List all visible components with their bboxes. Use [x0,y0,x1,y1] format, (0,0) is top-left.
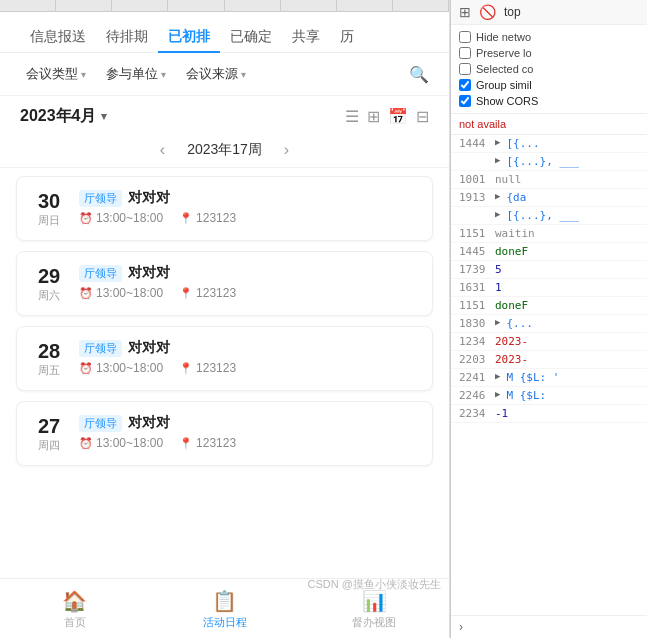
tab-yichupai[interactable]: 已初排 [158,22,220,52]
log-num: 1830 [459,317,491,330]
option-hide-network: Hide netwo [459,31,639,43]
log-entry-1631[interactable]: 1631 1 [451,279,647,297]
event-meta: ⏰ 13:00~18:00 📍 123123 [79,211,418,225]
chart-icon: 📊 [362,589,387,613]
next-week-button[interactable]: › [278,139,295,161]
expand-arrow[interactable]: ▶ [495,209,500,219]
log-entry-2241[interactable]: 2241 ▶ M {$L: ' [451,369,647,387]
log-entry-2246[interactable]: 2246 ▶ M {$L: [451,387,647,405]
checkbox-selected-context[interactable] [459,63,471,75]
checkbox-hide-network[interactable] [459,31,471,43]
option-show-cors-label: Show CORS [476,95,538,107]
event-title-row: 厅领导 对对对 [79,339,418,357]
expand-arrow[interactable]: ▶ [495,155,500,165]
event-location-text: 123123 [196,361,236,375]
filter-participant[interactable]: 参与单位 ▾ [100,61,172,87]
log-entry-2234[interactable]: 2234 -1 [451,405,647,423]
event-item-29[interactable]: 29 周六 厅领导 对对对 ⏰ 13:00~18:00 📍 123123 [16,251,433,316]
watermark: CSDN @摸鱼小侠淡妆先生 [308,577,441,592]
event-title: 对对对 [128,264,170,282]
app-panel: 信息报送 待排期 已初排 已确定 共享 历 会议类型 ▾ 参与单位 ▾ 会议来源… [0,0,450,638]
log-entry-1445[interactable]: 1445 doneF [451,243,647,261]
event-day-name: 周五 [31,363,67,378]
expand-arrow[interactable]: ▶ [495,191,500,201]
devtools-icon-no[interactable]: 🚫 [479,4,496,20]
bottom-nav-home[interactable]: 🏠 首页 [0,585,150,634]
bottom-nav-supervise[interactable]: 📊 督办视图 [299,585,449,634]
log-entry-expand2[interactable]: ▶ [{...}, ___ [451,207,647,225]
log-entry-expand1[interactable]: ▶ [{...}, ___ [451,153,647,171]
bottom-nav-schedule-label: 活动日程 [203,615,247,630]
grid-view-icon[interactable]: ⊞ [367,107,380,126]
log-val: {da [506,191,526,204]
event-time-text: 13:00~18:00 [96,361,163,375]
bottom-nav-schedule[interactable]: 📋 活动日程 [150,585,300,634]
event-time-text: 13:00~18:00 [96,211,163,225]
event-title: 对对对 [128,189,170,207]
expand-arrow[interactable]: ▶ [495,317,500,327]
log-entry-1001[interactable]: 1001 null [451,171,647,189]
view-icons: ☰ ⊞ 📅 ⊟ [345,107,429,126]
log-num: 2234 [459,407,491,420]
expand-arrow[interactable]: ▶ [495,389,500,399]
calendar-check-icon: 📋 [212,589,237,613]
calendar-view-icon[interactable]: 📅 [388,107,408,126]
event-tag: 厅领导 [79,415,122,432]
event-time: ⏰ 13:00~18:00 [79,211,163,225]
checkbox-group-similar[interactable] [459,79,471,91]
event-tag: 厅领导 [79,190,122,207]
log-entry-1739[interactable]: 1739 5 [451,261,647,279]
tab-yiqueding[interactable]: 已确定 [220,22,282,52]
event-list: 30 周日 厅领导 对对对 ⏰ 13:00~18:00 📍 123123 [0,168,449,578]
log-val: 2023- [495,335,528,348]
event-location: 📍 123123 [179,361,236,375]
event-item-28[interactable]: 28 周五 厅领导 对对对 ⏰ 13:00~18:00 📍 123123 [16,326,433,391]
location-icon: 📍 [179,212,193,225]
log-entry-1913[interactable]: 1913 ▶ {da [451,189,647,207]
log-val: doneF [495,299,528,312]
event-item-30[interactable]: 30 周日 厅领导 对对对 ⏰ 13:00~18:00 📍 123123 [16,176,433,241]
table-view-icon[interactable]: ⊟ [416,107,429,126]
log-entry-1151b[interactable]: 1151 doneF [451,297,647,315]
clock-icon: ⏰ [79,212,93,225]
tab-xinxi-baosong[interactable]: 信息报送 [20,22,96,52]
option-hide-network-label: Hide netwo [476,31,531,43]
event-day-num: 28 [31,339,67,363]
search-button[interactable]: 🔍 [409,65,429,84]
month-title[interactable]: 2023年4月 ▾ [20,106,107,127]
devtools-icon-grid[interactable]: ⊞ [459,4,471,20]
event-location: 📍 123123 [179,286,236,300]
option-preserve-log: Preserve lo [459,47,639,59]
ruler [0,0,449,12]
expand-arrow[interactable]: ▶ [495,371,500,381]
tab-gongxiang[interactable]: 共享 [282,22,330,52]
ruler-mark [393,0,449,11]
tab-li[interactable]: 历 [330,22,364,52]
month-title-text: 2023年4月 [20,106,97,127]
week-nav: ‹ 2023年17周 › [0,133,449,168]
event-item-27[interactable]: 27 周四 厅领导 对对对 ⏰ 13:00~18:00 📍 123123 [16,401,433,466]
log-entry-1234[interactable]: 1234 2023- [451,333,647,351]
filter-meeting-type[interactable]: 会议类型 ▾ [20,61,92,87]
ruler-marks [0,0,449,11]
log-entry-1444[interactable]: 1444 ▶ [{... [451,135,647,153]
expand-arrow[interactable]: ▶ [495,137,500,147]
filter-source[interactable]: 会议来源 ▾ [180,61,252,87]
checkbox-preserve-log[interactable] [459,47,471,59]
log-entry-1151a[interactable]: 1151 waitin [451,225,647,243]
expand-bottom-icon[interactable]: › [459,620,463,634]
bottom-nav-supervise-label: 督办视图 [352,615,396,630]
event-location-text: 123123 [196,211,236,225]
devtools-tab-top[interactable]: top [504,5,521,19]
home-icon: 🏠 [62,589,87,613]
tab-daipaiqui[interactable]: 待排期 [96,22,158,52]
checkbox-show-cors[interactable] [459,95,471,107]
event-day-num: 29 [31,264,67,288]
log-entry-1830[interactable]: 1830 ▶ {... [451,315,647,333]
log-num: 1631 [459,281,491,294]
log-entry-2203[interactable]: 2203 2023- [451,351,647,369]
prev-week-button[interactable]: ‹ [154,139,171,161]
list-view-icon[interactable]: ☰ [345,107,359,126]
event-content-30: 厅领导 对对对 ⏰ 13:00~18:00 📍 123123 [79,189,418,228]
log-val: -1 [495,407,508,420]
